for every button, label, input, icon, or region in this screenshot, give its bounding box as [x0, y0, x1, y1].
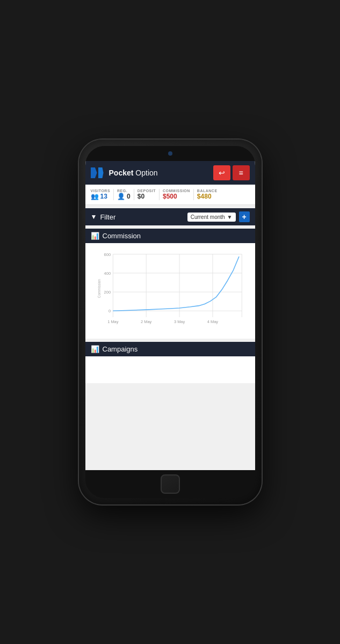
commission-section-title: Commission	[103, 232, 141, 240]
reg-number: 0	[127, 193, 131, 200]
stat-deposit: DEPOSIT $0	[134, 189, 160, 200]
dropdown-arrow-icon: ▼	[227, 214, 233, 220]
reg-icon: 👤	[117, 193, 125, 200]
current-month-text: Current month	[191, 214, 225, 220]
screen: Pocket Option ↩ ≡ VISITORS 👥 13	[85, 161, 255, 470]
logo-bold: Pocket	[109, 169, 134, 177]
balance-number: $480	[197, 193, 212, 200]
svg-text:3 May: 3 May	[173, 319, 185, 324]
visitors-label: VISITORS	[91, 189, 111, 193]
phone-bottom-bar	[85, 470, 255, 498]
logo-area: Pocket Option	[91, 167, 158, 178]
phone-top-bar	[85, 146, 255, 161]
stat-visitors: VISITORS 👥 13	[91, 189, 114, 200]
campaigns-section-title: Campaigns	[103, 345, 138, 353]
logout-button[interactable]: ↩	[213, 165, 230, 180]
stat-reg: REG. 👤 0	[114, 189, 134, 200]
visitors-value: 👥 13	[91, 193, 107, 200]
visitors-number: 13	[100, 193, 107, 200]
stat-commission: COMMISSION $500	[160, 189, 194, 200]
commission-chart-area: 600 400 200 0 Commission 1 May 2 May 3 M…	[85, 243, 255, 339]
filter-right: Current month ▼ +	[187, 211, 250, 222]
balance-label: BALANCE	[197, 189, 218, 193]
filter-left: ▼ Filter	[91, 213, 116, 221]
stat-balance: BALANCE $480	[194, 189, 221, 200]
logo-normal: Option	[135, 169, 157, 177]
campaigns-body	[85, 356, 255, 383]
svg-text:600: 600	[104, 252, 110, 257]
filter-icon: ▼	[91, 213, 97, 221]
header-buttons: ↩ ≡	[213, 165, 250, 180]
commission-label: COMMISSION	[163, 189, 190, 193]
add-filter-button[interactable]: +	[239, 211, 250, 222]
phone-device: Pocket Option ↩ ≡ VISITORS 👥 13	[79, 140, 262, 504]
svg-text:4 May: 4 May	[207, 319, 218, 324]
svg-text:400: 400	[104, 271, 110, 276]
deposit-value: $0	[138, 193, 144, 200]
balance-value: $480	[197, 193, 212, 200]
svg-text:0: 0	[108, 309, 110, 313]
logo-d-right	[98, 167, 104, 178]
filter-label: Filter	[100, 213, 115, 221]
commission-section: 📊 Commission	[85, 229, 255, 339]
logo-icon	[91, 167, 106, 178]
deposit-number: $0	[138, 193, 144, 200]
deposit-label: DEPOSIT	[138, 189, 156, 193]
commission-chart-svg: 600 400 200 0 Commission 1 May 2 May 3 M…	[90, 248, 251, 334]
reg-value: 👤 0	[117, 193, 131, 200]
commission-chart-container: 600 400 200 0 Commission 1 May 2 May 3 M…	[90, 248, 251, 334]
svg-text:1 May: 1 May	[107, 319, 119, 324]
camera-dot	[168, 151, 172, 156]
menu-button[interactable]: ≡	[233, 165, 250, 180]
campaigns-section: 📊 Campaigns	[85, 342, 255, 383]
home-button[interactable]	[161, 474, 180, 494]
reg-label: REG.	[117, 189, 127, 193]
svg-text:2 May: 2 May	[141, 319, 152, 324]
filter-bar: ▼ Filter Current month ▼ +	[85, 208, 255, 225]
campaigns-chart-icon: 📊	[91, 345, 99, 353]
visitors-icon: 👥	[91, 193, 99, 200]
commission-section-header: 📊 Commission	[85, 229, 255, 243]
svg-text:Commission: Commission	[97, 279, 100, 298]
svg-text:200: 200	[104, 290, 110, 295]
commission-value: $500	[163, 193, 177, 200]
commission-number: $500	[163, 193, 177, 200]
phone-inner: Pocket Option ↩ ≡ VISITORS 👥 13	[85, 146, 255, 498]
stats-bar: VISITORS 👥 13 REG. 👤 0 DEPOSIT	[85, 185, 255, 205]
logo-d-left	[91, 167, 97, 178]
campaigns-section-header: 📊 Campaigns	[85, 342, 255, 356]
logo-text: Pocket Option	[109, 169, 158, 177]
app-header: Pocket Option ↩ ≡	[85, 161, 255, 185]
commission-chart-icon: 📊	[91, 232, 99, 240]
current-month-dropdown[interactable]: Current month ▼	[187, 213, 236, 222]
